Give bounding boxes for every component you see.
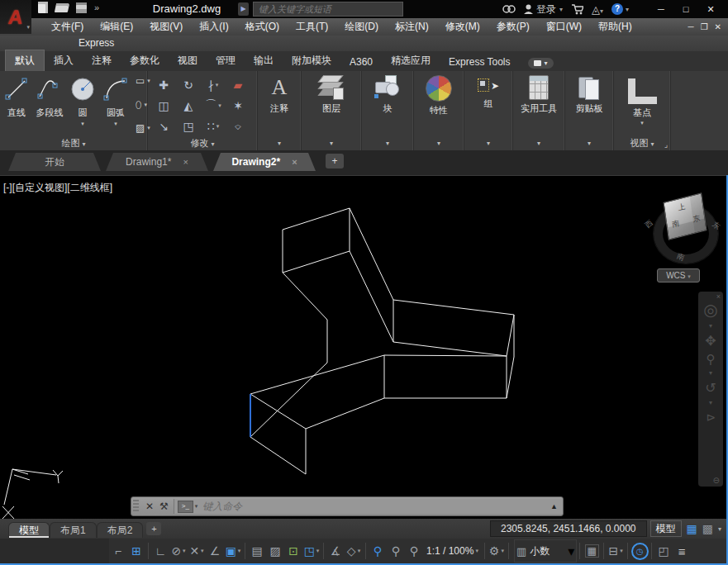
navbar-collapse-icon[interactable]: ⊖ — [713, 476, 720, 485]
ortho-mode-icon[interactable]: ∟ — [151, 541, 169, 561]
graphics-lock-icon[interactable]: ⊟▾ — [607, 541, 625, 561]
snap-grid-icon[interactable]: ▩ — [702, 522, 713, 535]
draw-panel-label[interactable]: 绘图 ▾ — [0, 137, 147, 150]
panel-launcher-icon[interactable]: ⌟ — [664, 140, 668, 149]
orbit-icon[interactable]: ↺ — [705, 382, 716, 395]
mirror-icon[interactable]: ◭ — [176, 95, 201, 116]
command-prompt-icon[interactable]: >_ — [178, 501, 193, 513]
wcs-dropdown[interactable]: WCS ▾ — [657, 268, 700, 282]
selection-cycling-icon[interactable]: ▨ — [266, 541, 284, 561]
flyout-arrow-icon[interactable]: ▾ — [709, 323, 712, 330]
app-logo[interactable]: A▾ — [0, 0, 31, 34]
menu-item-1[interactable]: 编辑(E) — [92, 20, 141, 34]
stretch-icon[interactable]: ↘ — [151, 116, 176, 136]
menu-item-7[interactable]: 标注(N) — [387, 20, 437, 34]
ribbon-panel-utilities[interactable]: 实用工具 ▾ — [513, 71, 565, 150]
circle-button[interactable]: 圆 ▾ — [66, 73, 99, 136]
ribbon-panel-properties[interactable]: 特性 ▾ — [414, 71, 464, 150]
ribbon-tab-5[interactable]: 管理 — [207, 50, 245, 71]
polar-tracking-icon[interactable]: ⊘▾ — [169, 541, 188, 561]
flyout-arrow-icon[interactable]: ▾ — [709, 370, 712, 377]
move-icon[interactable]: ✚ — [151, 74, 176, 95]
maximize-button[interactable]: □ — [673, 0, 698, 18]
ribbon-tab-2[interactable]: 注释 — [83, 50, 121, 71]
menu-item-10[interactable]: 窗口(W) — [538, 20, 590, 34]
polyline-button[interactable]: 多段线 — [33, 73, 66, 136]
command-input[interactable]: >_ ▾ 键入命令 ▲ — [174, 499, 563, 514]
customization-menu-icon[interactable]: ≡ — [673, 541, 691, 561]
tab-layout1[interactable]: 布局1 — [50, 522, 97, 538]
help-search-input[interactable]: 键入关键字或短语 — [253, 2, 403, 17]
ribbon-tab-4[interactable]: 视图 — [169, 50, 207, 71]
flyout-arrow-icon[interactable]: ▾ — [330, 140, 333, 147]
zoom-icon[interactable]: ⚲ — [707, 353, 716, 365]
line-button[interactable]: 直线 — [0, 73, 33, 136]
pan-icon[interactable]: ✥ — [705, 335, 716, 348]
grid-snap-icon[interactable]: ⊞ — [127, 541, 145, 561]
new-file-icon[interactable] — [38, 2, 48, 13]
navigation-wheel-icon[interactable]: ◎ — [703, 301, 717, 318]
menu-item-4[interactable]: 格式(O) — [237, 20, 288, 34]
qat-more-icon[interactable]: » — [94, 2, 98, 12]
menu-item-5[interactable]: 工具(T) — [288, 20, 336, 34]
ribbon-panel-layers[interactable]: 图层 ▾ — [302, 71, 362, 150]
model-space-button[interactable]: 模型 — [650, 520, 682, 537]
command-close-icon[interactable]: ✕ — [145, 501, 154, 512]
dynamic-ucs-icon[interactable]: ◳▾ — [302, 541, 321, 561]
ribbon-tab-6[interactable]: 输出 — [245, 50, 283, 71]
file-tab-drawing2[interactable]: Drawing2*× — [213, 153, 316, 171]
title-arrow-icon[interactable]: ▶ — [238, 2, 249, 16]
transparency-icon[interactable]: ▤ — [248, 541, 266, 561]
ribbon-panel-group[interactable]: ➤ 组 ▾ — [464, 71, 513, 150]
file-tab-drawing1[interactable]: Drawing1*× — [106, 153, 208, 171]
flyout-arrow-icon[interactable]: ▾ — [81, 121, 84, 127]
annotation-autoscale-icon[interactable]: ⚲ — [387, 541, 405, 561]
annotation-scale-icon[interactable]: ⚲ — [405, 541, 423, 561]
menu-item-2[interactable]: 视图(V) — [141, 20, 191, 34]
ribbon-panel-annotation[interactable]: A 注释 ▾ — [258, 71, 302, 150]
copy-icon[interactable]: ◫ — [151, 95, 176, 116]
flyout-arrow-icon[interactable]: ▾ — [588, 140, 591, 147]
command-line-bar[interactable]: ✕ ⚒ >_ ▾ 键入命令 ▲ — [131, 496, 564, 516]
fullscreen-icon[interactable]: ◰ — [654, 541, 673, 561]
lineweight-icon[interactable]: ▣▾ — [224, 541, 242, 561]
menu-item-0[interactable]: 文件(F) — [43, 20, 92, 34]
showmotion-icon[interactable]: ⊳ — [706, 411, 716, 423]
viewcube[interactable]: 西 南 东 上 南 东 WCS ▾ — [647, 191, 721, 283]
close-button[interactable]: ✕ — [698, 0, 723, 18]
annotation-scale-value[interactable]: 1:1 / 100% ▾ — [423, 541, 482, 561]
workspace-cube-icon[interactable]: ◇▾ — [345, 541, 363, 561]
viewport-controls-label[interactable]: [-][自定义视图][二维线框] — [3, 181, 112, 195]
ribbon-panel-view[interactable]: 基点 ▾ 视图 ▾ ⌟ — [614, 71, 671, 150]
file-tab-start[interactable]: 开始 — [8, 153, 101, 171]
units-dropdown[interactable]: ▥小数▾ — [514, 539, 577, 563]
explode-icon[interactable]: ✶ — [226, 95, 250, 116]
flyout-arrow-icon[interactable]: ▾ — [437, 140, 440, 147]
flyout-arrow-icon[interactable]: ▾ — [709, 400, 712, 406]
hardware-acceleration-icon[interactable]: ◷ — [630, 541, 649, 561]
workspace-gear-icon[interactable]: ⚙▾ — [488, 541, 506, 561]
command-customize-icon[interactable]: ⚒ — [159, 501, 169, 512]
search-binoculars-icon[interactable] — [502, 4, 516, 14]
scale-icon[interactable]: ◳ — [176, 116, 201, 136]
ribbon-panel-block[interactable]: 块 ▾ — [362, 71, 414, 150]
drawing-viewport[interactable]: [-][自定义视图][二维线框] 西 南 东 上 南 东 WCS ▾ × ⊖ ◎… — [0, 175, 728, 520]
command-drag-handle[interactable] — [133, 500, 139, 513]
ribbon-tab-8[interactable]: A360 — [340, 53, 382, 71]
menu-item-6[interactable]: 绘图(D) — [336, 20, 387, 34]
ribbon-tab-3[interactable]: 参数化 — [121, 50, 169, 71]
modify-panel-label[interactable]: 修改 ▾ — [148, 137, 257, 150]
rotate-icon[interactable]: ↻ — [176, 74, 201, 95]
annotation-visibility-icon[interactable]: ⚲ — [369, 541, 387, 561]
dynamic-input-icon[interactable]: ∡ — [326, 541, 345, 561]
tab-model[interactable]: 模型 — [8, 522, 50, 538]
menu-express-row[interactable]: Express — [0, 36, 728, 51]
ribbon-tab-9[interactable]: 精选应用 — [382, 50, 440, 71]
flyout-arrow-icon[interactable]: ▾ — [487, 140, 490, 147]
flyout-arrow-icon[interactable]: ▾ — [537, 140, 540, 147]
snap-mode-icon[interactable]: ⌐ — [109, 541, 127, 561]
a360-icon[interactable]: ◬▾ — [592, 3, 603, 16]
save-file-icon[interactable] — [76, 2, 87, 13]
flyout-arrow-icon[interactable]: ▾ — [278, 140, 281, 147]
arc-button[interactable]: 圆弧 ▾ — [99, 73, 132, 136]
